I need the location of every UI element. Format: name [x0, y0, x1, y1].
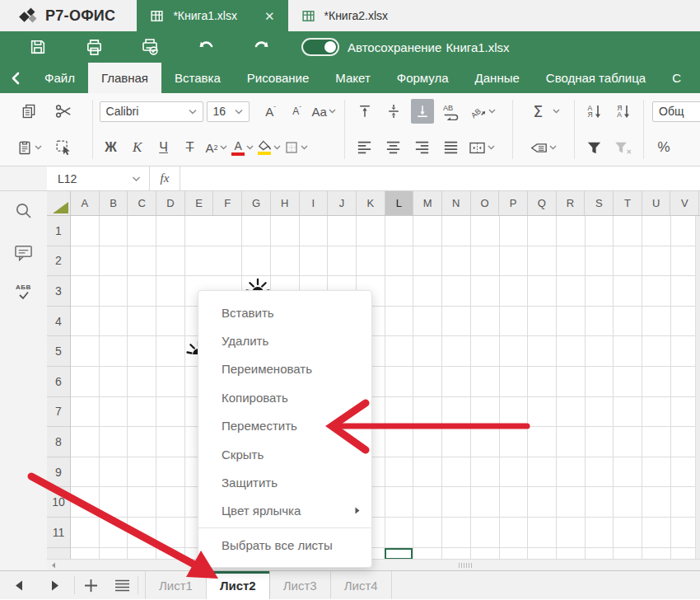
column-header[interactable]: C — [128, 191, 156, 215]
column-header[interactable]: I — [300, 191, 329, 215]
paste-button[interactable] — [16, 135, 42, 160]
column-header[interactable]: N — [442, 191, 471, 215]
menu-tab[interactable]: Главная — [88, 63, 161, 93]
scroll-left-icon[interactable] — [47, 562, 60, 569]
font-name-combo[interactable]: Calibri — [100, 101, 203, 122]
cells-canvas[interactable] — [71, 216, 700, 559]
context-menu-item[interactable]: Вставить — [198, 298, 371, 326]
justify-button[interactable] — [440, 135, 463, 160]
context-menu-item-select-all[interactable]: Выбрать все листы — [198, 531, 371, 559]
merge-cells-button[interactable] — [469, 135, 495, 160]
decrease-font-button[interactable]: Аˇ — [286, 99, 309, 124]
menu-tab[interactable]: Макет — [322, 63, 383, 93]
context-menu-item[interactable]: Защитить — [198, 468, 371, 496]
column-header[interactable]: V — [670, 191, 699, 215]
column-header[interactable]: K — [357, 191, 385, 215]
sheet-list-button[interactable] — [106, 571, 138, 599]
column-header[interactable]: G — [242, 191, 271, 215]
document-tab[interactable]: *Книга2.xlsx ✕ — [288, 0, 402, 31]
subscript-button[interactable]: A2 — [205, 135, 228, 160]
print-button[interactable] — [66, 31, 122, 63]
menu-tab[interactable]: Сводная таблица — [533, 63, 659, 93]
row-header[interactable]: 9 — [47, 457, 70, 488]
context-menu-item[interactable]: Переместить — [198, 412, 371, 440]
clear-filter-button[interactable] — [612, 135, 635, 160]
column-header[interactable]: D — [156, 191, 185, 215]
column-header[interactable]: R — [557, 191, 586, 215]
autosum-button[interactable]: Σ — [526, 99, 549, 124]
add-sheet-button[interactable] — [75, 571, 106, 599]
column-header[interactable]: M — [413, 191, 442, 215]
column-header[interactable]: P — [499, 191, 528, 215]
column-header[interactable]: O — [471, 191, 500, 215]
sheet-tab[interactable]: Лист4 — [331, 571, 392, 599]
context-menu-item-tab-color[interactable]: Цвет ярлычка — [198, 497, 371, 525]
align-middle-button[interactable] — [382, 99, 405, 124]
sheet-tab[interactable]: Лист3 — [270, 571, 331, 599]
copy-button[interactable] — [17, 99, 40, 124]
menu-tab[interactable]: Рисование — [234, 63, 323, 93]
align-right-button[interactable] — [411, 135, 434, 160]
menu-tab[interactable]: Файл — [31, 63, 88, 93]
row-header[interactable]: 5 — [47, 336, 70, 367]
change-case-button[interactable]: Aa — [312, 99, 336, 124]
scrollbar-grip[interactable] — [459, 563, 472, 568]
search-icon[interactable] — [14, 201, 34, 221]
font-color-button[interactable]: A — [231, 135, 254, 160]
cell-name-box[interactable]: L12 — [47, 166, 150, 190]
select-button[interactable] — [52, 135, 75, 160]
formula-input[interactable] — [180, 166, 700, 190]
row-header[interactable]: 3 — [47, 276, 70, 307]
redo-button[interactable] — [234, 31, 290, 63]
row-header[interactable]: 10 — [47, 487, 70, 518]
row-header[interactable]: 8 — [47, 427, 70, 457]
column-header[interactable]: H — [271, 191, 300, 215]
column-header[interactable]: J — [328, 191, 357, 215]
horizontal-scrollbar[interactable] — [47, 559, 700, 570]
prev-sheet-button[interactable] — [0, 571, 37, 599]
align-left-button[interactable] — [353, 135, 376, 160]
sheet-tab[interactable]: Лист2 — [207, 571, 270, 599]
increase-font-button[interactable]: Аˆ — [259, 99, 282, 124]
align-center-button[interactable] — [382, 135, 405, 160]
font-size-combo[interactable]: 16 — [207, 101, 250, 122]
column-header[interactable]: A — [71, 191, 100, 215]
document-tab[interactable]: *Книга1.xlsx ✕ — [137, 0, 287, 31]
row-header[interactable]: 6 — [47, 367, 70, 397]
bold-button[interactable]: Ж — [100, 135, 123, 160]
filter-button[interactable] — [583, 135, 606, 160]
column-header[interactable]: S — [585, 191, 614, 215]
collapse-ribbon-button[interactable] — [0, 63, 31, 93]
menu-tab[interactable]: Вставка — [161, 63, 234, 93]
number-format-combo[interactable]: Общ — [652, 101, 700, 122]
column-header[interactable]: Q — [528, 191, 557, 215]
column-header[interactable]: E — [185, 191, 214, 215]
insert-function-button[interactable]: fx — [150, 166, 180, 190]
named-ranges-button[interactable] — [530, 135, 557, 160]
quick-print-button[interactable] — [122, 31, 178, 63]
save-button[interactable] — [10, 31, 66, 63]
italic-button[interactable]: К — [126, 135, 149, 160]
cut-button[interactable] — [52, 99, 75, 124]
undo-button[interactable] — [178, 31, 234, 63]
text-orientation-button[interactable]: АВ — [469, 99, 496, 124]
context-menu-item[interactable]: Скрыть — [198, 440, 371, 468]
row-header[interactable]: 2 — [47, 246, 70, 277]
menu-tab[interactable]: Данные — [462, 63, 533, 93]
row-header[interactable]: 7 — [47, 397, 70, 428]
vertical-scrollbar[interactable] — [695, 216, 700, 559]
fill-color-button[interactable] — [258, 135, 281, 160]
sheet-tab[interactable]: Лист1 — [145, 571, 207, 599]
select-all-button[interactable] — [47, 191, 71, 215]
sort-ascending-button[interactable]: АЯ — [583, 99, 606, 124]
column-header[interactable]: U — [642, 191, 671, 215]
comments-icon[interactable] — [13, 243, 34, 262]
align-bottom-button[interactable] — [411, 99, 434, 124]
align-top-button[interactable] — [353, 99, 376, 124]
context-menu-item[interactable]: Удалить — [198, 326, 371, 354]
column-header[interactable]: L — [385, 191, 414, 215]
autosave-toggle[interactable] — [301, 38, 339, 56]
row-header[interactable]: 11 — [47, 518, 70, 548]
context-menu-item[interactable]: Переименовать — [198, 355, 371, 383]
column-header[interactable]: F — [213, 191, 242, 215]
